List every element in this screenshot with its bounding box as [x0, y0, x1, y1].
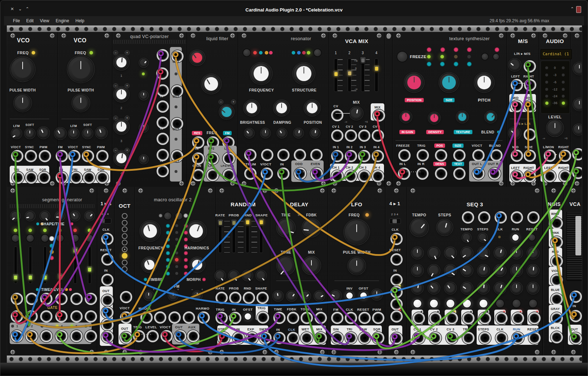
- vca-cv-jack[interactable]: [570, 291, 582, 303]
- ms-encode-knob[interactable]: [509, 59, 520, 71]
- segen-tl-jack-6[interactable]: [85, 293, 97, 305]
- seq3-knob-r3[interactable]: [511, 283, 522, 293]
- quad-cv2-knob[interactable]: [140, 91, 148, 99]
- macro-timbre-knob[interactable]: [142, 258, 157, 272]
- resonator-atten5-knob[interactable]: [311, 129, 319, 137]
- ms-mid-jack[interactable]: [511, 100, 523, 112]
- vcamix-cv1-jack[interactable]: [331, 130, 343, 142]
- seq3-steps-atten[interactable]: [479, 234, 487, 241]
- random-rate-fader-handle[interactable]: [218, 220, 223, 226]
- lfo-saw-jack[interactable]: [358, 332, 371, 344]
- seq3-gate-jack-7[interactable]: [512, 312, 524, 324]
- random-smth-jack[interactable]: [259, 332, 272, 344]
- segen-type-button-1[interactable]: [12, 235, 19, 242]
- vco2-sync-jack[interactable]: [82, 150, 94, 162]
- seq3-knob-r1[interactable]: [478, 248, 489, 258]
- nois-red-jack[interactable]: [551, 255, 563, 267]
- delay-mix-jack[interactable]: [315, 312, 327, 324]
- quad-in1b-jack[interactable]: [156, 67, 168, 80]
- texture-trig-jack[interactable]: [417, 149, 429, 161]
- liquid-fm-knob[interactable]: [220, 105, 233, 119]
- seq3-tempo-atten[interactable]: [463, 234, 471, 241]
- vco2-voct-jack[interactable]: [68, 150, 80, 162]
- seq3-step-button-8[interactable]: [529, 300, 537, 307]
- random-trigout-jack[interactable]: [257, 311, 269, 324]
- segen-slider-5-handle[interactable]: [73, 247, 78, 254]
- delay-fdbk-jack[interactable]: [287, 312, 299, 324]
- random-prob-knob[interactable]: [229, 271, 239, 280]
- seq3-gate-jack-4[interactable]: [462, 312, 474, 324]
- vcamix-fader-4[interactable]: [375, 58, 378, 92]
- random-in-jack[interactable]: [229, 312, 241, 324]
- seq3-steps-out-jack[interactable]: [479, 332, 491, 344]
- seq3-step-button-6[interactable]: [496, 300, 504, 307]
- seq3-knob-r3[interactable]: [462, 283, 472, 293]
- texture-outr-jack[interactable]: [489, 168, 501, 180]
- vco1-lfm-knob[interactable]: [12, 129, 21, 138]
- seq3-cv2-jack[interactable]: [429, 332, 441, 344]
- macro-level-jack[interactable]: [147, 330, 159, 342]
- quad-gain2-knob[interactable]: [114, 87, 129, 102]
- vcamix-mix-knob[interactable]: [350, 107, 362, 119]
- vco2-pw-knob[interactable]: [73, 95, 89, 111]
- seq3-clk-jack[interactable]: [495, 211, 507, 224]
- ms-left-jack[interactable]: [511, 79, 523, 91]
- segen-type-button-4[interactable]: [56, 235, 64, 242]
- oct-step-ring-selected[interactable]: [122, 253, 128, 259]
- segen-tl-jack-2[interactable]: [26, 293, 38, 305]
- delay-time-atten[interactable]: [273, 291, 283, 301]
- segen-type-button-3[interactable]: [41, 235, 48, 242]
- oct-cv-jack[interactable]: [120, 291, 132, 303]
- lfo-pwm-jack[interactable]: [372, 312, 384, 324]
- seq3-run-out-jack[interactable]: [512, 332, 524, 344]
- lfo-pwm-atten-knob[interactable]: [372, 290, 382, 300]
- nois-viol-jack[interactable]: [551, 274, 563, 286]
- seq3-reset-button[interactable]: [529, 234, 535, 241]
- seq3-knob-r2[interactable]: [462, 265, 472, 276]
- seq3-step-button-2[interactable]: [430, 300, 438, 307]
- seq3-gate-jack-5[interactable]: [479, 312, 491, 324]
- seq3-knob-r2[interactable]: [429, 265, 439, 276]
- vcamix-cv-jack[interactable]: [331, 109, 343, 121]
- rack-rail-bottom[interactable]: [7, 356, 582, 363]
- lfo-freq-knob[interactable]: [344, 220, 369, 244]
- menu-engine[interactable]: Engine: [56, 18, 69, 23]
- quad-in2b-jack[interactable]: [157, 100, 169, 113]
- vco2-fm-jack[interactable]: [56, 150, 68, 162]
- oct-step-ring-dot[interactable]: [122, 246, 128, 252]
- vca-level-slider[interactable]: [566, 211, 583, 281]
- four1-in1-jack[interactable]: [390, 274, 403, 286]
- vcamix-ch4-jack[interactable]: [372, 170, 384, 182]
- vcamix-mixout-jack[interactable]: [373, 109, 385, 122]
- macro-frequency-knob[interactable]: [140, 221, 160, 241]
- seq3-step-button-3[interactable]: [446, 300, 454, 307]
- delay-mixout-jack[interactable]: [315, 332, 327, 344]
- oct-step-ring[interactable]: [122, 220, 128, 226]
- one4-out4-jack[interactable]: [101, 331, 114, 343]
- lfo-sin-jack[interactable]: [331, 332, 343, 344]
- texture-size-jack[interactable]: [453, 149, 466, 161]
- texture-blend-jack[interactable]: [490, 149, 503, 161]
- random-prob-jack[interactable]: [229, 292, 241, 304]
- vco1-saw-jack[interactable]: [25, 171, 37, 184]
- seq3-step-button-7[interactable]: [513, 300, 520, 307]
- texture-freeze-button[interactable]: [397, 52, 407, 62]
- ms-decode-knob[interactable]: [509, 127, 520, 139]
- resonator-odd-jack[interactable]: [294, 168, 306, 180]
- audio-right-in-jack[interactable]: [559, 170, 571, 182]
- vco1-pwm-jack[interactable]: [39, 150, 51, 162]
- seq3-clk-out-jack[interactable]: [495, 332, 508, 344]
- random-step-jack[interactable]: [218, 332, 230, 344]
- vcamix-cv3-jack[interactable]: [358, 130, 370, 142]
- four1-out-jack[interactable]: [390, 332, 403, 344]
- resonator-atten4-knob[interactable]: [294, 129, 303, 137]
- four1-in3-jack[interactable]: [390, 298, 403, 310]
- segen-slider-6-handle[interactable]: [87, 266, 92, 273]
- nois-gray-jack[interactable]: [551, 312, 563, 324]
- quad-gain3-knob[interactable]: [114, 119, 129, 134]
- segen-tl-jack-3[interactable]: [40, 293, 52, 305]
- seq3-gate-jack-8[interactable]: [528, 312, 541, 324]
- seq3-knob-r2[interactable]: [412, 265, 423, 276]
- resonator-structure-knob[interactable]: [293, 63, 314, 84]
- segen-gate-jack-1[interactable]: [11, 310, 23, 323]
